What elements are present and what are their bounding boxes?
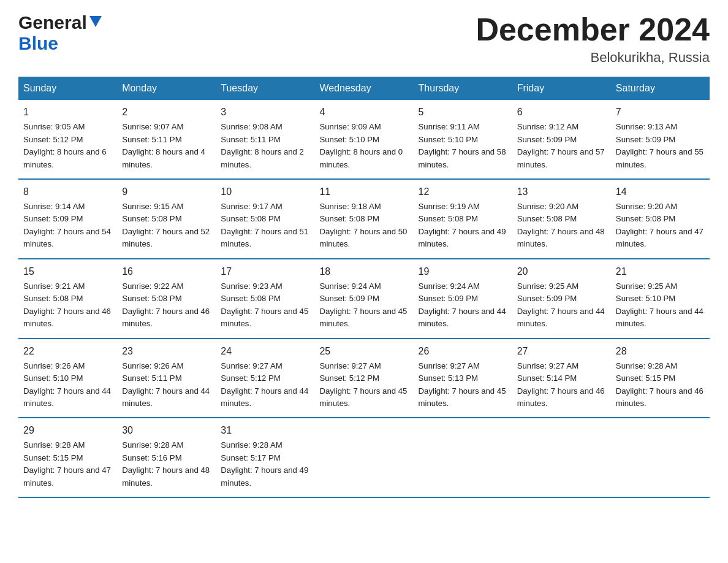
day-info: Sunrise: 9:28 AMSunset: 5:15 PMDaylight:… [23,440,111,487]
day-number: 1 [23,105,112,120]
day-number: 3 [221,105,309,120]
day-info: Sunrise: 9:20 AMSunset: 5:08 PMDaylight:… [517,202,605,248]
day-info: Sunrise: 9:24 AMSunset: 5:09 PMDaylight:… [319,282,407,328]
day-number: 5 [419,105,507,120]
day-number: 14 [616,185,705,199]
calendar-cell: 15 Sunrise: 9:21 AMSunset: 5:08 PMDaylig… [18,259,117,339]
day-number: 10 [221,185,309,199]
day-info: Sunrise: 9:15 AMSunset: 5:08 PMDaylight:… [122,202,210,248]
calendar-cell: 3 Sunrise: 9:08 AMSunset: 5:11 PMDayligh… [216,100,314,179]
day-number: 29 [23,423,112,438]
calendar-cell [314,418,413,497]
day-info: Sunrise: 9:22 AMSunset: 5:08 PMDaylight:… [122,282,210,328]
calendar-cell: 6 Sunrise: 9:12 AMSunset: 5:09 PMDayligh… [512,100,611,179]
day-info: Sunrise: 9:28 AMSunset: 5:17 PMDaylight:… [221,440,308,487]
col-monday: Monday [117,77,216,100]
day-number: 12 [419,185,507,199]
day-info: Sunrise: 9:20 AMSunset: 5:08 PMDaylight:… [616,202,703,248]
day-number: 24 [221,344,309,359]
day-info: Sunrise: 9:18 AMSunset: 5:08 PMDaylight:… [319,202,407,248]
calendar-cell [611,418,710,497]
day-info: Sunrise: 9:12 AMSunset: 5:09 PMDaylight:… [517,122,605,169]
calendar-cell: 7 Sunrise: 9:13 AMSunset: 5:09 PMDayligh… [611,100,710,179]
day-info: Sunrise: 9:21 AMSunset: 5:08 PMDaylight:… [23,282,111,328]
calendar-cell: 16 Sunrise: 9:22 AMSunset: 5:08 PMDaylig… [117,259,216,339]
day-number: 17 [221,264,309,279]
day-info: Sunrise: 9:09 AMSunset: 5:10 PMDaylight:… [319,122,403,169]
calendar-cell [414,418,512,497]
calendar-cell: 26 Sunrise: 9:27 AMSunset: 5:13 PMDaylig… [414,339,512,418]
calendar-cell: 27 Sunrise: 9:27 AMSunset: 5:14 PMDaylig… [512,339,611,418]
calendar-cell: 10 Sunrise: 9:17 AMSunset: 5:08 PMDaylig… [216,179,314,259]
day-info: Sunrise: 9:28 AMSunset: 5:15 PMDaylight:… [616,361,703,408]
day-number: 28 [616,344,705,359]
day-info: Sunrise: 9:05 AMSunset: 5:12 PMDaylight:… [23,122,107,169]
day-info: Sunrise: 9:19 AMSunset: 5:08 PMDaylight:… [419,202,506,248]
logo-blue-text: Blue [18,33,58,53]
logo: General Blue [18,12,102,54]
calendar-cell: 24 Sunrise: 9:27 AMSunset: 5:12 PMDaylig… [216,339,314,418]
calendar-cell: 1 Sunrise: 9:05 AMSunset: 5:12 PMDayligh… [18,100,117,179]
col-wednesday: Wednesday [314,77,413,100]
day-number: 8 [23,185,112,199]
calendar-cell: 18 Sunrise: 9:24 AMSunset: 5:09 PMDaylig… [314,259,413,339]
calendar-cell: 29 Sunrise: 9:28 AMSunset: 5:15 PMDaylig… [18,418,117,497]
col-tuesday: Tuesday [216,77,314,100]
header-row: Sunday Monday Tuesday Wednesday Thursday… [18,77,710,100]
day-info: Sunrise: 9:07 AMSunset: 5:11 PMDaylight:… [122,122,205,169]
day-number: 20 [517,264,606,279]
day-info: Sunrise: 9:27 AMSunset: 5:12 PMDaylight:… [221,361,308,408]
day-number: 22 [23,344,112,359]
calendar-cell: 4 Sunrise: 9:09 AMSunset: 5:10 PMDayligh… [314,100,413,179]
calendar-cell: 14 Sunrise: 9:20 AMSunset: 5:08 PMDaylig… [611,179,710,259]
logo-general-text: General [18,12,87,33]
calendar-cell: 13 Sunrise: 9:20 AMSunset: 5:08 PMDaylig… [512,179,611,259]
day-number: 18 [319,264,408,279]
page-header: General Blue December 2024 Belokurikha, … [18,12,710,66]
calendar-week-row: 29 Sunrise: 9:28 AMSunset: 5:15 PMDaylig… [18,418,710,497]
calendar-cell: 25 Sunrise: 9:27 AMSunset: 5:12 PMDaylig… [314,339,413,418]
day-number: 7 [616,105,705,120]
calendar-cell: 11 Sunrise: 9:18 AMSunset: 5:08 PMDaylig… [314,179,413,259]
day-number: 30 [122,423,211,438]
day-info: Sunrise: 9:11 AMSunset: 5:10 PMDaylight:… [419,122,506,169]
calendar-cell: 19 Sunrise: 9:24 AMSunset: 5:09 PMDaylig… [414,259,512,339]
calendar-week-row: 1 Sunrise: 9:05 AMSunset: 5:12 PMDayligh… [18,100,710,179]
calendar-cell: 5 Sunrise: 9:11 AMSunset: 5:10 PMDayligh… [414,100,512,179]
day-info: Sunrise: 9:08 AMSunset: 5:11 PMDaylight:… [221,122,304,169]
day-info: Sunrise: 9:13 AMSunset: 5:09 PMDaylight:… [616,122,703,169]
col-saturday: Saturday [611,77,710,100]
day-number: 31 [221,423,309,438]
calendar-cell: 22 Sunrise: 9:26 AMSunset: 5:10 PMDaylig… [18,339,117,418]
calendar-cell: 31 Sunrise: 9:28 AMSunset: 5:17 PMDaylig… [216,418,314,497]
title-section: December 2024 Belokurikha, Russia [476,12,710,66]
day-number: 23 [122,344,211,359]
calendar-cell: 23 Sunrise: 9:26 AMSunset: 5:11 PMDaylig… [117,339,216,418]
day-number: 9 [122,185,211,199]
calendar-cell: 2 Sunrise: 9:07 AMSunset: 5:11 PMDayligh… [117,100,216,179]
day-number: 27 [517,344,606,359]
day-info: Sunrise: 9:26 AMSunset: 5:11 PMDaylight:… [122,361,210,408]
calendar-cell: 9 Sunrise: 9:15 AMSunset: 5:08 PMDayligh… [117,179,216,259]
day-number: 13 [517,185,606,199]
calendar-week-row: 8 Sunrise: 9:14 AMSunset: 5:09 PMDayligh… [18,179,710,259]
calendar-body: 1 Sunrise: 9:05 AMSunset: 5:12 PMDayligh… [18,100,710,497]
month-title: December 2024 [476,12,710,47]
day-info: Sunrise: 9:27 AMSunset: 5:13 PMDaylight:… [419,361,506,408]
calendar-cell: 28 Sunrise: 9:28 AMSunset: 5:15 PMDaylig… [611,339,710,418]
day-info: Sunrise: 9:27 AMSunset: 5:14 PMDaylight:… [517,361,605,408]
day-info: Sunrise: 9:14 AMSunset: 5:09 PMDaylight:… [23,202,111,248]
day-number: 21 [616,264,705,279]
day-number: 16 [122,264,211,279]
day-number: 2 [122,105,211,120]
day-info: Sunrise: 9:27 AMSunset: 5:12 PMDaylight:… [319,361,407,408]
calendar-table: Sunday Monday Tuesday Wednesday Thursday… [18,77,710,498]
day-number: 15 [23,264,112,279]
calendar-cell: 17 Sunrise: 9:23 AMSunset: 5:08 PMDaylig… [216,259,314,339]
svg-marker-0 [89,16,102,27]
calendar-week-row: 15 Sunrise: 9:21 AMSunset: 5:08 PMDaylig… [18,259,710,339]
day-info: Sunrise: 9:25 AMSunset: 5:10 PMDaylight:… [616,282,703,328]
calendar-cell [512,418,611,497]
day-number: 26 [419,344,507,359]
calendar-cell: 30 Sunrise: 9:28 AMSunset: 5:16 PMDaylig… [117,418,216,497]
